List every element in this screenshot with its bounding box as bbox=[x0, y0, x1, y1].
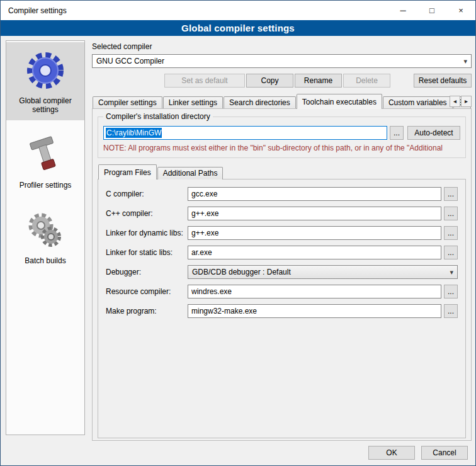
make-program-input[interactable] bbox=[188, 304, 441, 318]
resource-compiler-row: Resource compiler: ... bbox=[106, 285, 458, 298]
delete-button[interactable]: Delete bbox=[343, 74, 390, 88]
settings-tabs: Compiler settings Linker settings Search… bbox=[92, 94, 472, 109]
installation-directory-row: C:\raylib\MinGW ... Auto-detect bbox=[103, 126, 460, 140]
profiler-icon bbox=[9, 132, 82, 178]
program-files-panel: C compiler: ... C++ compiler: ... Linker… bbox=[98, 179, 466, 438]
selected-compiler-select[interactable]: GNU GCC Compiler ▾ bbox=[92, 54, 472, 68]
sidebar-item-global-compiler-settings[interactable]: Global compiler settings bbox=[6, 42, 84, 120]
cpp-compiler-row: C++ compiler: ... bbox=[106, 207, 458, 220]
titlebar: Compiler settings ─ □ × bbox=[1, 1, 475, 20]
auto-detect-button[interactable]: Auto-detect bbox=[407, 126, 460, 140]
minimize-icon[interactable]: ─ bbox=[388, 1, 417, 20]
resource-compiler-browse-button[interactable]: ... bbox=[444, 285, 458, 298]
window-controls: ─ □ × bbox=[388, 1, 475, 20]
make-program-browse-button[interactable]: ... bbox=[444, 304, 458, 318]
dynamic-linker-row: Linker for dynamic libs: ... bbox=[106, 226, 458, 240]
chevron-down-icon: ▾ bbox=[450, 268, 453, 276]
sidebar-item-profiler-settings[interactable]: Profiler settings bbox=[6, 127, 84, 196]
debugger-select[interactable]: GDB/CDB debugger : Default ▾ bbox=[188, 265, 458, 279]
make-program-label: Make program: bbox=[106, 307, 188, 315]
compiler-action-buttons: Set as default Copy Rename Delete Reset … bbox=[92, 74, 472, 88]
settings-category-sidebar: Global compiler settings Profiler settin… bbox=[6, 40, 85, 435]
resource-compiler-input[interactable] bbox=[188, 285, 441, 298]
ok-button[interactable]: OK bbox=[368, 446, 415, 460]
tab-scroll-right-icon[interactable]: ▸ bbox=[461, 96, 472, 107]
make-program-row: Make program: ... bbox=[106, 304, 458, 318]
chevron-down-icon: ▾ bbox=[460, 57, 467, 65]
sidebar-item-label: Global compiler settings bbox=[9, 96, 82, 114]
window-title: Compiler settings bbox=[8, 6, 67, 15]
tab-scroll-arrows: ◂ ▸ bbox=[449, 96, 472, 107]
c-compiler-label: C compiler: bbox=[106, 190, 188, 198]
selected-compiler-value: GNU GCC Compiler bbox=[96, 57, 460, 65]
tab-linker-settings[interactable]: Linker settings bbox=[163, 96, 223, 109]
tab-search-directories[interactable]: Search directories bbox=[224, 96, 296, 109]
compiler-settings-window: Compiler settings ─ □ × Global compiler … bbox=[0, 0, 476, 466]
c-compiler-browse-button[interactable]: ... bbox=[444, 187, 458, 201]
tab-toolchain-executables[interactable]: Toolchain executables bbox=[297, 94, 382, 109]
tab-compiler-settings[interactable]: Compiler settings bbox=[93, 96, 162, 109]
tab-scroll-left-icon[interactable]: ◂ bbox=[450, 96, 460, 107]
installation-directory-groupbox: Compiler's installation directory C:\ray… bbox=[98, 116, 466, 158]
toolchain-executables-panel: Compiler's installation directory C:\ray… bbox=[92, 108, 472, 441]
browse-directory-button[interactable]: ... bbox=[390, 126, 404, 140]
dynamic-linker-label: Linker for dynamic libs: bbox=[106, 229, 188, 237]
sidebar-item-label: Profiler settings bbox=[9, 181, 82, 190]
copy-button[interactable]: Copy bbox=[246, 74, 293, 88]
main-panel: Selected compiler GNU GCC Compiler ▾ Set… bbox=[92, 38, 472, 441]
reset-defaults-button[interactable]: Reset defaults bbox=[414, 74, 472, 88]
dynamic-linker-browse-button[interactable]: ... bbox=[444, 226, 458, 240]
debugger-label: Debugger: bbox=[106, 268, 188, 276]
debugger-value: GDB/CDB debugger : Default bbox=[192, 268, 450, 276]
sidebar-item-label: Batch builds bbox=[9, 256, 82, 265]
resource-compiler-label: Resource compiler: bbox=[106, 287, 188, 296]
cancel-button[interactable]: Cancel bbox=[421, 446, 468, 460]
dynamic-linker-input[interactable] bbox=[188, 226, 441, 240]
c-compiler-row: C compiler: ... bbox=[106, 187, 458, 201]
blue-gear-icon bbox=[9, 47, 82, 94]
bin-subdirectory-note: NOTE: All programs must exist either in … bbox=[103, 144, 460, 152]
tab-custom-variables[interactable]: Custom variables bbox=[383, 96, 453, 109]
set-as-default-button[interactable]: Set as default bbox=[164, 74, 245, 88]
debugger-row: Debugger: GDB/CDB debugger : Default ▾ bbox=[106, 265, 458, 279]
static-linker-label: Linker for static libs: bbox=[106, 248, 188, 257]
c-compiler-input[interactable] bbox=[188, 187, 441, 201]
tab-additional-paths[interactable]: Additional Paths bbox=[157, 167, 224, 179]
dialog-footer: OK Cancel bbox=[362, 446, 468, 460]
static-linker-input[interactable] bbox=[188, 246, 441, 259]
installation-directory-value: C:\raylib\MinGW bbox=[106, 128, 162, 138]
sidebar-item-batch-builds[interactable]: Batch builds bbox=[6, 202, 84, 271]
static-linker-browse-button[interactable]: ... bbox=[444, 246, 458, 259]
cpp-compiler-input[interactable] bbox=[188, 207, 441, 220]
selected-compiler-label: Selected compiler bbox=[92, 42, 472, 51]
tab-program-files[interactable]: Program Files bbox=[98, 164, 157, 179]
batch-builds-icon bbox=[9, 207, 82, 254]
maximize-icon[interactable]: □ bbox=[417, 1, 446, 20]
cpp-compiler-label: C++ compiler: bbox=[106, 209, 188, 218]
program-tabs: Program Files Additional Paths bbox=[98, 164, 466, 179]
close-icon[interactable]: × bbox=[446, 1, 475, 20]
installation-directory-label: Compiler's installation directory bbox=[103, 112, 213, 121]
page-title: Global compiler settings bbox=[1, 20, 475, 36]
cpp-compiler-browse-button[interactable]: ... bbox=[444, 207, 458, 220]
rename-button[interactable]: Rename bbox=[295, 74, 342, 88]
static-linker-row: Linker for static libs: ... bbox=[106, 246, 458, 259]
installation-directory-input[interactable]: C:\raylib\MinGW bbox=[103, 126, 387, 140]
